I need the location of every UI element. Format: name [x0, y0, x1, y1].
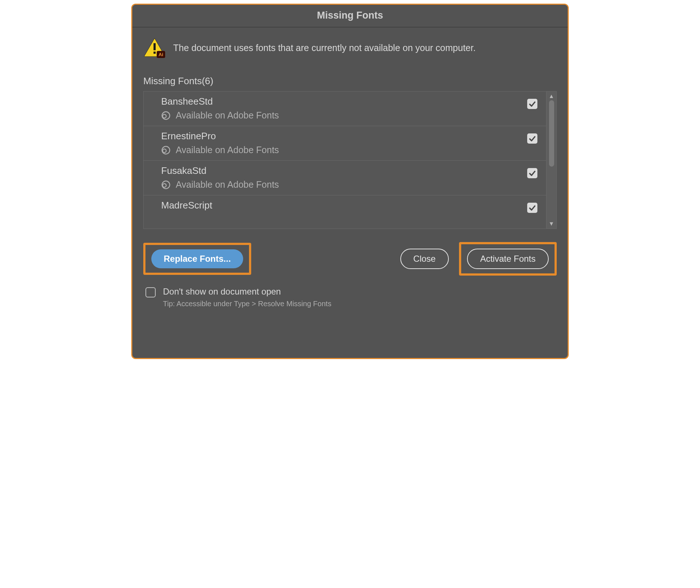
replace-fonts-button[interactable]: Replace Fonts... — [151, 249, 243, 268]
close-button[interactable]: Close — [400, 249, 449, 269]
checkmark-icon — [529, 100, 536, 108]
svg-text:Ai: Ai — [159, 52, 163, 57]
chevron-up-icon[interactable]: ▲ — [549, 93, 555, 100]
font-availability: Available on Adobe Fonts — [176, 145, 279, 155]
creative-cloud-icon — [161, 145, 171, 155]
footer-tip: Tip: Accessible under Type > Resolve Mis… — [163, 300, 331, 308]
missing-fonts-dialog: Missing Fonts Ai The document uses fonts… — [131, 4, 569, 359]
creative-cloud-icon — [161, 180, 171, 190]
message-row: Ai The document uses fonts that are curr… — [143, 38, 557, 58]
font-row[interactable]: MadreScript — [144, 195, 546, 218]
activate-fonts-button[interactable]: Activate Fonts — [467, 249, 549, 269]
dialog-body: Ai The document uses fonts that are curr… — [132, 27, 568, 358]
scrollbar[interactable]: ▲ ▼ — [546, 91, 556, 229]
svg-point-10 — [163, 183, 166, 187]
checkmark-icon — [529, 135, 536, 142]
font-checkbox[interactable] — [527, 99, 537, 109]
checkmark-icon — [529, 204, 536, 211]
button-row: Replace Fonts... Close Activate Fonts — [143, 242, 557, 276]
font-checkbox[interactable] — [527, 203, 537, 213]
font-name: MadreScript — [161, 200, 212, 211]
font-name: FusakaStd — [161, 165, 279, 176]
dialog-message: The document uses fonts that are current… — [173, 43, 476, 53]
font-list-label: Missing Fonts(6) — [143, 75, 557, 87]
dialog-title: Missing Fonts — [132, 5, 568, 27]
scroll-thumb[interactable] — [549, 100, 554, 167]
warning-icon: Ai — [143, 38, 166, 58]
svg-rect-1 — [153, 43, 156, 50]
font-row[interactable]: BansheeStd Available on Adobe Fonts — [144, 91, 546, 126]
dont-show-label: Don't show on document open — [163, 287, 331, 297]
font-list: BansheeStd Available on Adobe Fonts — [143, 91, 557, 229]
highlight-activate: Activate Fonts — [459, 242, 557, 276]
font-row[interactable]: ErnestinePro Available on Adobe Fonts — [144, 126, 546, 160]
font-checkbox[interactable] — [527, 133, 537, 144]
checkmark-icon — [529, 170, 536, 177]
footer-row: Don't show on document open Tip: Accessi… — [143, 287, 557, 308]
chevron-down-icon[interactable]: ▼ — [549, 221, 555, 227]
font-list-inner: BansheeStd Available on Adobe Fonts — [144, 91, 546, 229]
dont-show-checkbox[interactable] — [145, 287, 156, 297]
svg-point-8 — [163, 149, 166, 152]
font-name: BansheeStd — [161, 96, 279, 107]
svg-point-6 — [163, 114, 166, 118]
font-checkbox[interactable] — [527, 168, 537, 178]
svg-rect-2 — [153, 52, 156, 54]
creative-cloud-icon — [161, 111, 171, 120]
font-availability: Available on Adobe Fonts — [176, 179, 279, 190]
font-availability: Available on Adobe Fonts — [176, 110, 279, 121]
font-row[interactable]: FusakaStd Available on Adobe Fonts — [144, 160, 546, 195]
font-name: ErnestinePro — [161, 131, 279, 142]
highlight-replace: Replace Fonts... — [143, 243, 251, 275]
